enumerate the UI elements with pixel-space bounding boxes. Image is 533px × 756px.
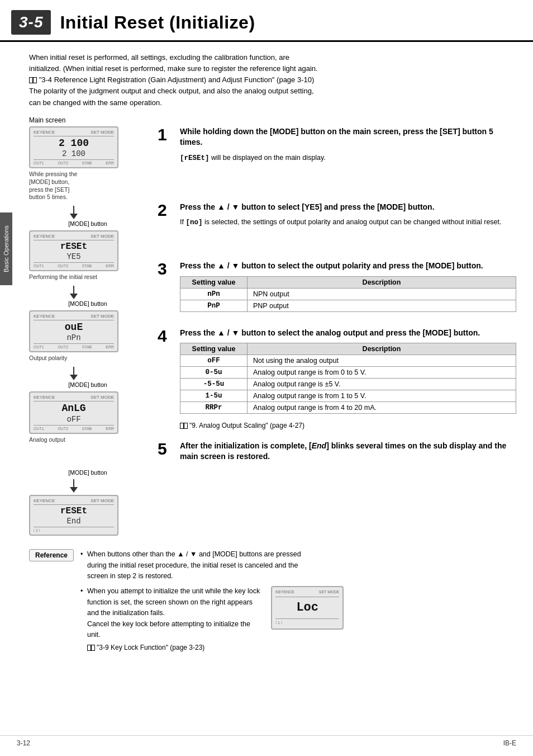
- arrow-label-1: [MODE] button: [29, 220, 146, 227]
- step-content-3: Press the ▲ / ▼ button to select the out…: [180, 261, 516, 318]
- device-bottom-bar-2: OUT1 OUT2 STAB ERR: [34, 262, 114, 268]
- reference-section: Reference When buttons other than the ▲ …: [29, 549, 516, 659]
- table4-row2-desc: Analog output range is from 0 to 5 V.: [248, 367, 516, 379]
- arrow-triangle-1: [70, 214, 78, 219]
- device-screen-3: KEYENCE SET MODE ouE nPn OUT1 OUT2 STAB …: [29, 310, 118, 353]
- book-icon-intro: [29, 77, 37, 83]
- intro-paragraph: When initial reset is performed, all set…: [29, 52, 516, 108]
- arrow-label-3: [MODE] button: [29, 381, 146, 388]
- device-display-sub-3: nPn: [34, 333, 114, 342]
- arrow-triangle-3: [70, 375, 78, 380]
- spacer-mode: [29, 448, 146, 468]
- arrow-label-4: [MODE] button: [29, 469, 146, 476]
- arrow-line-3: [73, 367, 74, 375]
- table3-row2-desc: PNP output: [248, 300, 516, 311]
- table4-row5-desc: Analog output range is from 4 to 20 mA.: [248, 402, 516, 414]
- table4-row4-desc: Analog output range is from 1 to 5 V.: [248, 390, 516, 402]
- step-content-1: While holding down the [MODE] button on …: [180, 126, 516, 168]
- table3-row1-desc: NPN output: [248, 288, 516, 300]
- step-text-2: If [no] is selected, the settings of out…: [180, 217, 516, 228]
- table-row: 1-5u Analog output range is from 1 to 5 …: [180, 390, 516, 402]
- device-label-1: While pressing the [MODE] button, press …: [29, 171, 146, 201]
- ref-bullet1: When buttons other than the ▲ / ▼ and [M…: [87, 550, 301, 580]
- steps-area: KEYENCE SET MODE 2 100 2 100 OUT1 OUT2 S…: [29, 126, 516, 538]
- step4-ref-text: "9. Analog Output Scaling" (page 4-27): [189, 422, 304, 429]
- device-top-bar-5: KEYENCE SET MODE: [34, 498, 114, 505]
- device-label-3: Output polarity: [29, 355, 146, 362]
- table-row: oFF Not using the analog output: [180, 355, 516, 367]
- step-5: 5 After the initialization is complete, …: [158, 441, 516, 467]
- ref-bottom: When you attempt to initialize the unit …: [87, 586, 344, 654]
- device-screen-5: KEYENCE SET MODE rESEt End / 1 \: [29, 495, 118, 536]
- step-heading-1: While holding down the [MODE] button on …: [180, 126, 516, 148]
- footer-page-number: 3-12: [17, 739, 30, 747]
- device-display-main-1: 2 100: [34, 138, 114, 150]
- table3-header-desc: Description: [248, 276, 516, 288]
- step-content-4: Press the ▲ / ▼ button to select the ana…: [180, 328, 516, 431]
- table3-row1-val: nPn: [180, 288, 248, 300]
- step-number-3: 3: [158, 261, 173, 277]
- section-number: 3-5: [11, 10, 51, 35]
- footer-doc-id: IB-E: [503, 739, 516, 747]
- table3-header-setting: Setting value: [180, 276, 248, 288]
- device-bottom-bar-1: OUT1 OUT2 STAB ERR: [34, 159, 114, 165]
- step-number-4: 4: [158, 328, 173, 344]
- device-top-bar-1: KEYENCE SET MODE: [34, 130, 114, 136]
- table4-row1-desc: Not using the analog output: [248, 355, 516, 367]
- step-heading-2: Press the ▲ / ▼ button to select [YE5] a…: [180, 202, 516, 213]
- book-icon-ref: [87, 645, 95, 651]
- device-screen-4: KEYENCE SET MODE AnLG oFF OUT1 OUT2 STAB…: [29, 391, 118, 434]
- page-header: 3-5 Initial Reset (Initialize): [0, 0, 533, 42]
- device-small-topbar: KEYENCE SET MODE: [275, 589, 339, 597]
- device-display-main-3: ouE: [34, 322, 114, 334]
- list-item: When you attempt to initialize the unit …: [80, 586, 344, 654]
- ref-bottom-text: When you attempt to initialize the unit …: [87, 586, 260, 654]
- main-screen-label: Main screen: [29, 116, 516, 124]
- main-content: When initial reset is performed, all set…: [12, 52, 533, 670]
- step-content-5: After the initialization is complete, [E…: [180, 441, 516, 467]
- step-2: 2 Press the ▲ / ▼ button to select [YE5]…: [158, 202, 516, 233]
- intro-line4: The polarity of the judgment output and …: [29, 87, 314, 95]
- intro-line3: "3-4 Reference Light Registration (Gain …: [39, 75, 315, 84]
- table4-header-desc: Description: [248, 343, 516, 355]
- table-row: RRPr Analog output range is from 4 to 20…: [180, 402, 516, 414]
- steps-right-column: 1 While holding down the [MODE] button o…: [152, 126, 516, 538]
- arrow-1: [29, 206, 118, 219]
- table-row: nPn NPN output: [180, 288, 516, 300]
- intro-line1: When initial reset is performed, all set…: [29, 53, 289, 62]
- table4-header-setting: Setting value: [180, 343, 248, 355]
- table4-row3-desc: Analog output range is ±5 V.: [248, 379, 516, 390]
- ref-link-text: "3-9 Key Lock Function" (page 3-23): [97, 642, 204, 653]
- arrow-line-4: [73, 479, 74, 487]
- device-display-sub-2: YE5: [34, 252, 114, 261]
- table4-row4-val: 1-5u: [180, 390, 248, 402]
- step4-book-ref: "9. Analog Output Scaling" (page 4-27): [180, 422, 304, 429]
- arrow-triangle-2: [70, 294, 78, 299]
- arrow-2: [29, 286, 118, 299]
- device-screen-2: KEYENCE SET MODE rESEt YE5 OUT1 OUT2 STA…: [29, 230, 118, 271]
- table4-row5-val: RRPr: [180, 402, 248, 414]
- step-text-1: [rESEt] will be displayed on the main di…: [180, 153, 516, 164]
- step-content-2: Press the ▲ / ▼ button to select [YE5] a…: [180, 202, 516, 233]
- device-screen-small-loc: KEYENCE SET MODE Loc / 1 \: [271, 586, 344, 630]
- device-screen-1: KEYENCE SET MODE 2 100 2 100 OUT1 OUT2 S…: [29, 126, 118, 169]
- step-3: 3 Press the ▲ / ▼ button to select the o…: [158, 261, 516, 318]
- device-small-display: Loc: [275, 598, 339, 617]
- table-row: 0-5u Analog output range is from 0 to 5 …: [180, 367, 516, 379]
- arrow-4: [29, 479, 118, 493]
- device-top-bar-2: KEYENCE SET MODE: [34, 234, 114, 240]
- device-display-sub-1: 2 100: [34, 149, 114, 158]
- device-display-sub-4: oFF: [34, 415, 114, 424]
- step-3-table: Setting value Description nPn NPN output…: [180, 276, 516, 312]
- step-heading-5: After the initialization is complete, [E…: [180, 441, 516, 462]
- intro-line5: can be changed with the same operation.: [29, 98, 162, 107]
- device-diagrams: KEYENCE SET MODE 2 100 2 100 OUT1 OUT2 S…: [29, 126, 152, 538]
- device-bottom-bar-5: / 1 \: [34, 527, 114, 532]
- table-row: PnP PNP output: [180, 300, 516, 311]
- reference-content: When buttons other than the ▲ / ▼ and [M…: [80, 549, 344, 659]
- step5-heading-part1: After the initialization is complete, [: [180, 441, 312, 450]
- device-display-main-4: AnLG: [34, 403, 114, 415]
- device-display-main-5: rESEt: [34, 506, 114, 517]
- step5-heading-italic: End: [312, 441, 326, 450]
- device-top-bar-4: KEYENCE SET MODE: [34, 395, 114, 401]
